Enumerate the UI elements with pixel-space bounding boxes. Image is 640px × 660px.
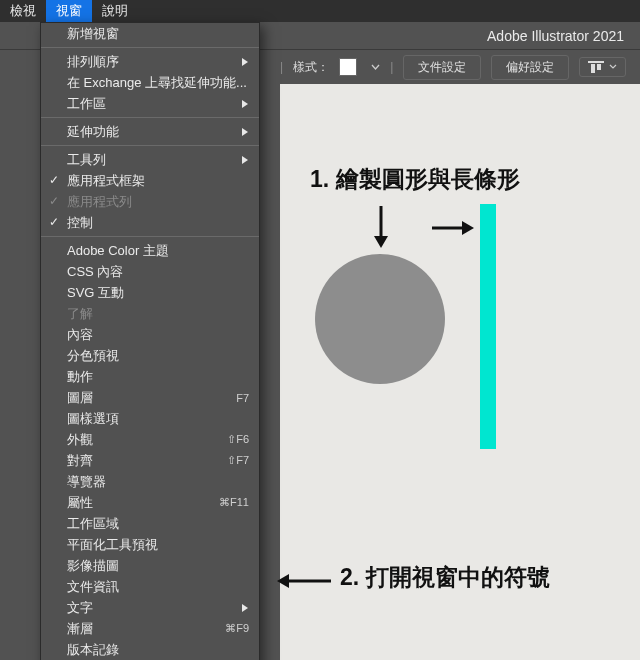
menu-item[interactable]: 對齊⇧F7 (41, 450, 259, 471)
menu-item-label: SVG 互動 (67, 284, 124, 302)
menu-item[interactable]: 排列順序 (41, 51, 259, 72)
menu-item: ✓應用程式列 (41, 191, 259, 212)
submenu-arrow-icon (241, 155, 249, 165)
menu-shortcut: ⌘F11 (219, 496, 249, 509)
menu-view[interactable]: 檢視 (0, 0, 46, 22)
menu-separator (41, 47, 259, 48)
menu-item[interactable]: Adobe Color 主題 (41, 240, 259, 261)
menu-item[interactable]: 圖層F7 (41, 387, 259, 408)
separator: | (280, 60, 283, 74)
menu-item-label: 文字 (67, 599, 93, 617)
menu-item-label: 工作區 (67, 95, 106, 113)
check-icon: ✓ (49, 173, 59, 187)
menu-item-label: 新增視窗 (67, 25, 119, 43)
menu-item-label: 平面化工具預視 (67, 536, 158, 554)
menu-item-label: 圖樣選項 (67, 410, 119, 428)
menu-item: 了解 (41, 303, 259, 324)
check-icon: ✓ (49, 194, 59, 208)
arrow-right-icon (430, 217, 476, 239)
menu-shortcut: ⇧F6 (227, 433, 249, 446)
menu-item[interactable]: 屬性⌘F11 (41, 492, 259, 513)
menu-item[interactable]: ✓應用程式框架 (41, 170, 259, 191)
chevron-down-icon (609, 63, 617, 71)
menu-shortcut: ⌘F9 (225, 622, 249, 635)
menu-item[interactable]: 版本記錄 (41, 639, 259, 660)
menu-help[interactable]: 說明 (92, 0, 138, 22)
menu-item-label: Adobe Color 主題 (67, 242, 169, 260)
align-icon (588, 61, 604, 73)
svg-rect-1 (591, 64, 595, 73)
menu-item-label: 工作區域 (67, 515, 119, 533)
menu-item[interactable]: 工作區域 (41, 513, 259, 534)
menu-item[interactable]: SVG 互動 (41, 282, 259, 303)
menu-item[interactable]: 導覽器 (41, 471, 259, 492)
arrow-left-icon (275, 570, 333, 596)
pref-setup-button[interactable]: 偏好設定 (491, 55, 569, 80)
menu-item-label: 工具列 (67, 151, 106, 169)
submenu-arrow-icon (241, 99, 249, 109)
menu-item-label: 版本記錄 (67, 641, 119, 659)
svg-rect-0 (588, 61, 604, 63)
submenu-arrow-icon (241, 57, 249, 67)
app-title: Adobe Illustrator 2021 (487, 28, 624, 44)
canvas[interactable]: 1. 繪製圓形與長條形 2. 打開視窗中的符號 (280, 84, 640, 660)
menu-item-label: 分色預視 (67, 347, 119, 365)
menu-item[interactable]: 漸層⌘F9 (41, 618, 259, 639)
menu-item-label: 控制 (67, 214, 93, 232)
annotation-step1: 1. 繪製圓形與長條形 (310, 164, 520, 195)
submenu-arrow-icon (241, 127, 249, 137)
svg-rect-2 (597, 64, 601, 70)
menu-item[interactable]: CSS 內容 (41, 261, 259, 282)
menu-item-label: 屬性 (67, 494, 93, 512)
menu-item-label: 了解 (67, 305, 93, 323)
menu-item[interactable]: 影像描圖 (41, 555, 259, 576)
file-setup-button[interactable]: 文件設定 (403, 55, 481, 80)
menu-item[interactable]: 文件資訊 (41, 576, 259, 597)
menu-item-label: 排列順序 (67, 53, 119, 71)
menu-item[interactable]: 文字 (41, 597, 259, 618)
style-swatch[interactable] (339, 58, 357, 76)
window-menu-dropdown: 新增視窗排列順序在 Exchange 上尋找延伸功能...工作區延伸功能工具列✓… (40, 22, 260, 660)
menu-item[interactable]: 外觀⇧F6 (41, 429, 259, 450)
menu-item[interactable]: 工具列 (41, 149, 259, 170)
menu-separator (41, 117, 259, 118)
menu-item[interactable]: 平面化工具預視 (41, 534, 259, 555)
chevron-down-icon[interactable] (371, 63, 380, 72)
submenu-arrow-icon (241, 603, 249, 613)
menu-item[interactable]: 延伸功能 (41, 121, 259, 142)
menu-item-label: 外觀 (67, 431, 93, 449)
menu-item-label: 應用程式框架 (67, 172, 145, 190)
menu-window[interactable]: 視窗 (46, 0, 92, 22)
menu-item-label: 圖層 (67, 389, 93, 407)
menu-separator (41, 145, 259, 146)
menu-item[interactable]: 在 Exchange 上尋找延伸功能... (41, 72, 259, 93)
menu-item-label: 影像描圖 (67, 557, 119, 575)
separator: | (390, 60, 393, 74)
menu-item-label: CSS 內容 (67, 263, 123, 281)
menu-item-label: 內容 (67, 326, 93, 344)
grey-circle-shape (315, 254, 445, 384)
arrow-down-icon (370, 204, 392, 250)
menu-item-label: 漸層 (67, 620, 93, 638)
cyan-rectangle-shape (480, 204, 496, 449)
menu-item[interactable]: 分色預視 (41, 345, 259, 366)
menubar: 檢視 視窗 說明 (0, 0, 640, 22)
style-label: 樣式： (293, 59, 329, 76)
left-panel-gutter (0, 50, 40, 660)
check-icon: ✓ (49, 215, 59, 229)
menu-item-label: 導覽器 (67, 473, 106, 491)
menu-item-label: 對齊 (67, 452, 93, 470)
menu-item[interactable]: ✓控制 (41, 212, 259, 233)
menu-shortcut: ⇧F7 (227, 454, 249, 467)
menu-item[interactable]: 內容 (41, 324, 259, 345)
menu-item[interactable]: 動作 (41, 366, 259, 387)
menu-item[interactable]: 新增視窗 (41, 23, 259, 44)
menu-item-label: 延伸功能 (67, 123, 119, 141)
menu-item[interactable]: 圖樣選項 (41, 408, 259, 429)
menu-separator (41, 236, 259, 237)
align-options-button[interactable] (579, 57, 626, 77)
menu-item[interactable]: 工作區 (41, 93, 259, 114)
menu-item-label: 在 Exchange 上尋找延伸功能... (67, 74, 247, 92)
menu-item-label: 應用程式列 (67, 193, 132, 211)
menu-item-label: 文件資訊 (67, 578, 119, 596)
